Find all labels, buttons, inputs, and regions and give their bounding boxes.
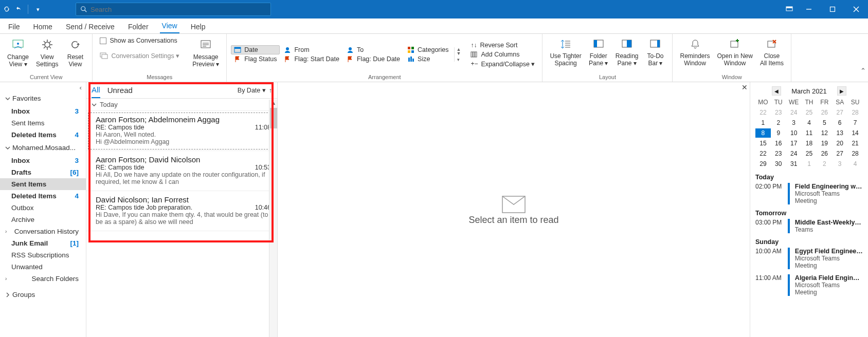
view-settings-button[interactable]: View Settings <box>33 36 61 70</box>
calendar-day[interactable]: 30 <box>771 159 786 168</box>
calendar-day[interactable]: 31 <box>786 159 802 168</box>
tab-folder[interactable]: Folder <box>126 20 151 33</box>
sort-flag-due-button[interactable]: Flag: Due Date <box>343 54 403 64</box>
calendar-day[interactable]: 16 <box>771 139 786 148</box>
folder-sent-items[interactable]: Sent Items <box>0 117 86 129</box>
tab-file[interactable]: File <box>6 20 22 33</box>
reminders-window-button[interactable]: Reminders Window <box>677 36 713 69</box>
calendar-day[interactable]: 14 <box>847 128 863 138</box>
folder-pane-button[interactable]: Folder Pane ▾ <box>586 36 611 69</box>
add-columns-button[interactable]: Add Columns <box>467 50 538 59</box>
sort-from-button[interactable]: From <box>281 45 342 54</box>
calendar-day[interactable]: 25 <box>802 149 817 158</box>
calendar-day[interactable]: 18 <box>802 139 817 148</box>
calendar-day[interactable]: 23 <box>771 108 786 117</box>
agenda-event[interactable]: 03:00 PMMiddle East-Weekly Servi...Teams <box>755 219 863 233</box>
calendar-day[interactable]: 4 <box>802 118 817 127</box>
folder-junk-email[interactable]: Junk Email[1] <box>0 237 86 249</box>
calendar-day[interactable]: 26 <box>817 149 832 158</box>
collapse-ribbon-button[interactable]: ⌃ <box>860 67 866 74</box>
reading-pane-button[interactable]: Reading Pane ▾ <box>612 36 642 69</box>
calendar-day[interactable]: 29 <box>755 159 771 168</box>
folder-outbox[interactable]: Outbox <box>0 202 86 214</box>
calendar-day[interactable]: 25 <box>802 108 817 117</box>
sort-flag-status-button[interactable]: Flag Status <box>231 54 280 64</box>
folder-inbox[interactable]: Inbox3 <box>0 105 86 117</box>
sync-icon[interactable] <box>3 6 10 13</box>
tab-help[interactable]: Help <box>189 20 208 33</box>
agenda-event[interactable]: 11:00 AMAlgeria Field Engineering...Micr… <box>755 274 863 296</box>
calendar-day[interactable]: 2 <box>771 118 786 127</box>
calendar-day[interactable]: 4 <box>847 159 863 168</box>
calendar-day[interactable]: 24 <box>786 149 802 158</box>
calendar-day[interactable]: 1 <box>755 118 771 127</box>
folder-drafts[interactable]: Drafts[6] <box>0 166 86 178</box>
tab-view[interactable]: View <box>160 18 179 33</box>
open-new-window-button[interactable]: Open in New Window <box>714 36 756 69</box>
calendar-day[interactable]: 20 <box>832 139 847 148</box>
prev-month-button[interactable]: ◀ <box>772 86 781 96</box>
search-box[interactable] <box>76 3 271 16</box>
calendar-day[interactable]: 8 <box>755 128 771 138</box>
groups-header[interactable]: Groups <box>0 288 86 302</box>
calendar-day[interactable]: 12 <box>817 128 832 138</box>
calendar-day[interactable]: 15 <box>755 139 771 148</box>
close-button[interactable] <box>844 0 868 18</box>
folder-sent-items[interactable]: Sent Items <box>0 178 86 190</box>
agenda-event[interactable]: 02:00 PMField Engineering weekly-...Micr… <box>755 183 863 204</box>
calendar-day[interactable]: 6 <box>832 118 847 127</box>
maximize-button[interactable] <box>821 0 844 18</box>
customize-quick-access-icon[interactable]: ▾ <box>34 6 42 13</box>
calendar-day[interactable]: 2 <box>817 159 832 168</box>
calendar-day[interactable]: 3 <box>832 159 847 168</box>
change-view-button[interactable]: Change View ▾ <box>4 36 32 70</box>
sort-categories-button[interactable]: Categories <box>404 45 451 54</box>
todo-bar-button[interactable]: To-Do Bar ▾ <box>642 36 668 69</box>
calendar-day[interactable]: 3 <box>786 118 802 127</box>
tab-home[interactable]: Home <box>31 20 55 33</box>
calendar-day[interactable]: 5 <box>817 118 832 127</box>
folder-unwanted[interactable]: Unwanted <box>0 261 86 273</box>
calendar-day[interactable]: 1 <box>802 159 817 168</box>
calendar-day[interactable]: 11 <box>802 128 817 138</box>
calendar-day[interactable]: 7 <box>847 118 863 127</box>
calendar-day[interactable]: 27 <box>832 108 847 117</box>
tab-send-receive[interactable]: Send / Receive <box>64 20 117 33</box>
undo-icon[interactable] <box>14 6 22 13</box>
calendar-day[interactable]: 9 <box>771 128 786 138</box>
folder-rss-subscriptions[interactable]: RSS Subscriptions <box>0 249 86 261</box>
folder-deleted-items[interactable]: Deleted Items4 <box>0 190 86 202</box>
search-input[interactable] <box>91 6 266 13</box>
next-month-button[interactable]: ▶ <box>837 86 846 96</box>
close-todo-button[interactable]: ✕ <box>742 83 748 91</box>
sort-flag-start-button[interactable]: Flag: Start Date <box>281 54 342 64</box>
folder-conversation-history[interactable]: ›Conversation History <box>0 226 86 237</box>
calendar-day[interactable]: 21 <box>847 139 863 148</box>
conversation-settings-button[interactable]: Conversation Settings ▾ <box>97 50 183 61</box>
use-tighter-spacing-button[interactable]: Use Tighter Spacing <box>547 36 584 69</box>
collapse-folder-pane-button[interactable]: ‹ <box>0 82 86 91</box>
calendar-day[interactable]: 22 <box>755 149 771 158</box>
sort-size-button[interactable]: Size <box>404 54 451 64</box>
account-header[interactable]: Mohamed.Mosaad... <box>0 141 86 155</box>
close-all-items-button[interactable]: Close All Items <box>757 36 787 69</box>
message-preview-button[interactable]: Message Preview ▾ <box>189 36 222 70</box>
folder-deleted-items[interactable]: Deleted Items4 <box>0 129 86 141</box>
calendar-day[interactable]: 27 <box>832 149 847 158</box>
calendar-grid[interactable]: MOTUWETHFRSASU22232425262728123456789101… <box>755 98 863 168</box>
sort-date-button[interactable]: Date <box>231 45 280 54</box>
folder-search-folders[interactable]: ›Search Folders <box>0 273 86 285</box>
calendar-day[interactable]: 13 <box>832 128 847 138</box>
calendar-day[interactable]: 19 <box>817 139 832 148</box>
reset-view-button[interactable]: Reset View <box>62 36 88 70</box>
ribbon-display-icon[interactable] <box>782 0 797 18</box>
calendar-day[interactable]: 28 <box>847 149 863 158</box>
expand-collapse-button[interactable]: +−Expand/Collapse ▾ <box>467 59 538 69</box>
calendar-day[interactable]: 28 <box>847 108 863 117</box>
favorites-header[interactable]: Favorites <box>0 91 86 105</box>
reverse-sort-button[interactable]: ↑↓Reverse Sort <box>467 41 538 50</box>
sort-to-button[interactable]: To <box>343 45 403 54</box>
agenda-event[interactable]: 10:00 AMEgypt Field Engineering -...Micr… <box>755 248 863 269</box>
calendar-day[interactable]: 17 <box>786 139 802 148</box>
calendar-day[interactable]: 23 <box>771 149 786 158</box>
